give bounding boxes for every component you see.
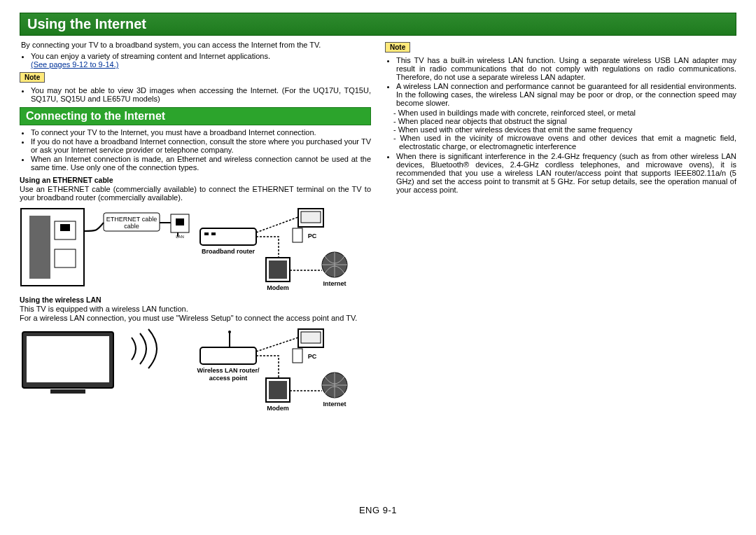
svg-rect-19 xyxy=(27,336,109,382)
ethernet-body: Use an ETHERNET cable (commercially avai… xyxy=(20,185,371,202)
svg-rect-1 xyxy=(29,216,50,279)
ethernet-diagram: ETHERNET cable cable LAN Broadband route… xyxy=(20,207,371,291)
note1-list: You may not be able to view 3D images wh… xyxy=(20,86,371,103)
subsection-title: Connecting to the Internet xyxy=(20,107,371,125)
label-pc2: PC xyxy=(308,353,317,360)
svg-rect-9 xyxy=(200,228,256,245)
wlan-body2: For a wireless LAN connection, you must … xyxy=(20,314,371,322)
svg-rect-13 xyxy=(269,260,287,279)
left-column: By connecting your TV to a broadband sys… xyxy=(20,40,371,415)
svg-rect-15 xyxy=(301,211,321,223)
svg-rect-11 xyxy=(211,232,216,235)
dash-4: - When used in the vicinity of microwave… xyxy=(393,134,736,151)
intro-bullet-1: You can enjoy a variety of streaming con… xyxy=(31,52,270,60)
wlan-body1: This TV is equipped with a wireless LAN … xyxy=(20,305,371,313)
note2-b1: This TV has a built-in wireless LAN func… xyxy=(396,56,736,81)
label-internet: Internet xyxy=(323,280,346,287)
dash-2: - When placed near objects that obstruct… xyxy=(393,117,736,125)
svg-rect-20 xyxy=(50,389,85,394)
conn-b1: To connect your TV to the Internet, you … xyxy=(31,128,371,137)
note2-list1: This TV has a built-in wireless LAN func… xyxy=(385,56,736,107)
connecting-bullets: To connect your TV to the Internet, you … xyxy=(20,128,371,172)
svg-rect-25 xyxy=(269,381,287,399)
svg-rect-23 xyxy=(200,347,256,364)
label-ethernet: ETHERNET cable xyxy=(106,216,157,223)
dash-3: - When used with other wireless devices … xyxy=(393,125,736,134)
right-column: Note This TV has a built-in wireless LAN… xyxy=(385,40,736,415)
intro-text: By connecting your TV to a broadband sys… xyxy=(20,41,371,50)
label-router: Broadband router xyxy=(202,248,255,255)
label-pc: PC xyxy=(308,232,317,239)
svg-point-22 xyxy=(228,331,231,333)
label-modem: Modem xyxy=(267,284,289,291)
svg-rect-4 xyxy=(55,249,76,268)
note-badge: Note xyxy=(20,72,45,83)
svg-rect-28 xyxy=(293,349,302,363)
svg-rect-27 xyxy=(301,332,321,343)
see-pages-link[interactable]: (See pages 9-12 to 9-14.) xyxy=(31,60,118,69)
note2-b3: When there is significant interference i… xyxy=(396,152,736,194)
note1-item: You may not be able to view 3D images wh… xyxy=(31,86,371,103)
note2-dashes: - When used in buildings made with concr… xyxy=(385,109,736,151)
ethernet-subhead: Using an ETHERNET cable xyxy=(20,176,371,184)
conn-b3: When an Internet connection is made, an … xyxy=(31,155,371,172)
note2-b2: A wireless LAN connection and performanc… xyxy=(396,82,736,107)
label-internet2: Internet xyxy=(323,401,346,408)
intro-bullets: You can enjoy a variety of streaming con… xyxy=(20,52,371,69)
note2-list2: When there is significant interference i… xyxy=(385,152,736,194)
label-access-point: access point xyxy=(209,375,248,382)
label-modem2: Modem xyxy=(267,405,289,412)
dash-1: - When used in buildings made with concr… xyxy=(393,109,736,117)
svg-rect-3 xyxy=(60,224,70,231)
svg-rect-16 xyxy=(293,228,302,242)
svg-rect-8 xyxy=(176,218,184,225)
label-lan: LAN xyxy=(176,235,184,239)
wireless-diagram: Wireless LAN router/ access point Modem … xyxy=(20,328,371,412)
page-number: ENG 9-1 xyxy=(0,505,756,515)
svg-rect-10 xyxy=(204,232,209,235)
label-wlan-router: Wireless LAN router/ xyxy=(197,367,260,374)
svg-text:cable: cable xyxy=(124,223,139,230)
section-title: Using the Internet xyxy=(20,13,736,36)
conn-b2: If you do not have a broadband Internet … xyxy=(31,137,371,154)
note2-badge: Note xyxy=(385,42,410,53)
wlan-subhead: Using the wireless LAN xyxy=(20,296,371,304)
